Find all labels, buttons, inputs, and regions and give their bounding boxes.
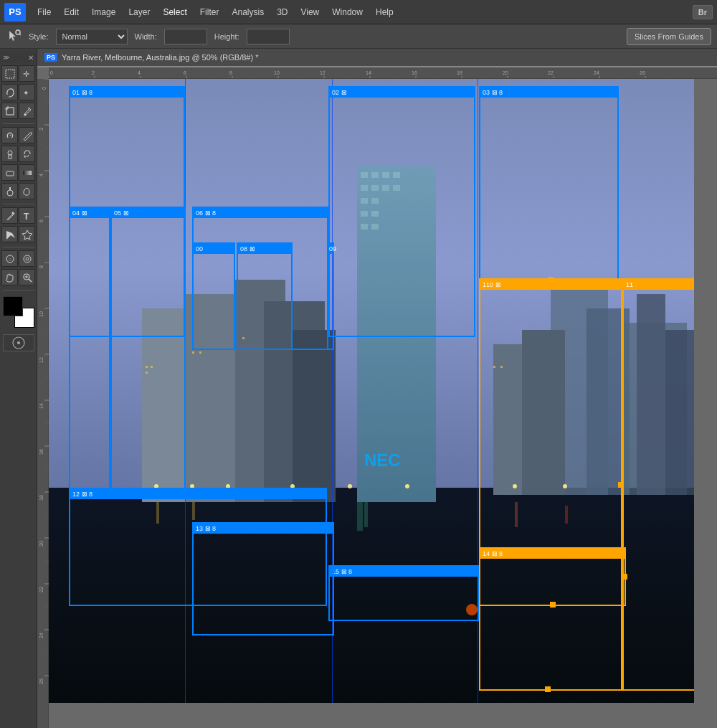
svg-text:14: 14 xyxy=(366,70,371,75)
slice-15-label: 15 ⊠ 8 xyxy=(330,567,478,577)
slice-04-label: 04 ⊠ xyxy=(70,208,109,218)
healing-brush-tool[interactable]: + xyxy=(1,127,18,143)
slice-07[interactable]: 00 xyxy=(192,242,235,350)
style-select[interactable]: Normal Fixed Ratio Fixed Size xyxy=(56,29,128,44)
magic-wand-tool[interactable]: ✦ xyxy=(19,84,35,100)
slice-07-label: 00 xyxy=(194,244,234,254)
hand-tools xyxy=(1,269,35,285)
crop-tool[interactable] xyxy=(1,103,18,119)
menu-3d[interactable]: 3D xyxy=(271,4,293,20)
slice-08[interactable]: 08 ⊠ xyxy=(237,242,293,350)
svg-text:0: 0 xyxy=(50,70,53,75)
menu-filter[interactable]: Filter xyxy=(194,4,225,20)
doc-ps-badge: PS xyxy=(44,53,57,62)
blur-tool[interactable] xyxy=(19,183,35,199)
svg-point-28 xyxy=(17,341,20,344)
slice-10[interactable]: 110 ⊠ xyxy=(479,278,622,691)
foreground-color-swatch[interactable] xyxy=(3,296,23,316)
slice-05[interactable]: 05 ⊠ xyxy=(110,207,186,493)
eyedropper-tool[interactable] xyxy=(19,103,35,119)
separator-3 xyxy=(3,247,34,247)
width-input[interactable] xyxy=(164,29,207,44)
svg-text:2: 2 xyxy=(39,128,44,131)
pen-tool[interactable] xyxy=(1,207,18,224)
move-tool[interactable]: ✛ xyxy=(19,65,35,82)
slice-13[interactable]: 13 ⊠ 8 xyxy=(192,522,334,635)
lasso-tool[interactable] xyxy=(1,84,18,100)
slice-15[interactable]: 15 ⊠ 8 xyxy=(328,565,479,621)
slice-14-label: 14 ⊠ 8 xyxy=(480,549,625,559)
style-label: Style: xyxy=(29,32,49,41)
notes-tool[interactable]: ○ xyxy=(1,250,18,267)
type-tool[interactable]: T xyxy=(19,207,35,224)
toolbox-close[interactable]: ✕ xyxy=(28,54,34,62)
slice-14-handle[interactable] xyxy=(550,602,556,608)
slice-09-label: 09 xyxy=(328,244,333,254)
svg-text:✦: ✦ xyxy=(23,89,29,97)
svg-text:2: 2 xyxy=(92,70,95,75)
menu-image[interactable]: Image xyxy=(86,4,121,20)
screen-mode-button[interactable] xyxy=(3,334,34,351)
slice-04[interactable]: 04 ⊠ xyxy=(69,207,110,493)
hand-tool[interactable] xyxy=(1,269,18,285)
eraser-tools xyxy=(1,164,35,181)
svg-rect-159 xyxy=(357,502,363,531)
svg-text:24: 24 xyxy=(594,70,599,75)
svg-point-155 xyxy=(348,484,352,488)
svg-text:8: 8 xyxy=(39,265,44,268)
collapse-arrows[interactable]: ≫ xyxy=(3,54,9,61)
height-input[interactable] xyxy=(247,29,290,44)
slice-14-handle-r[interactable] xyxy=(622,574,627,580)
svg-text:○: ○ xyxy=(9,257,11,262)
ruler-top: 0 2 4 6 8 10 12 14 16 xyxy=(49,67,717,79)
slice-11[interactable]: 11 xyxy=(622,278,694,691)
clone-stamp-tool[interactable] xyxy=(1,146,18,162)
menu-edit[interactable]: Edit xyxy=(58,4,85,20)
eyedropper2-tool[interactable] xyxy=(19,250,35,267)
svg-text:8: 8 xyxy=(229,70,232,75)
menu-layer[interactable]: Layer xyxy=(123,4,156,20)
zoom-tool[interactable] xyxy=(19,269,35,285)
svg-point-8 xyxy=(24,113,26,115)
slice-14[interactable]: 14 ⊠ 8 xyxy=(479,547,626,606)
svg-text:26: 26 xyxy=(640,70,645,75)
svg-text:22: 22 xyxy=(39,587,44,592)
path-selection-tool[interactable] xyxy=(1,226,18,242)
slice-09[interactable]: 09 xyxy=(327,242,334,350)
eraser-tool[interactable] xyxy=(1,164,18,181)
svg-point-0 xyxy=(16,30,20,34)
menu-analysis[interactable]: Analysis xyxy=(226,4,270,20)
menu-help[interactable]: Help xyxy=(370,4,399,20)
shape-tool[interactable] xyxy=(19,226,35,242)
svg-rect-11 xyxy=(9,155,11,159)
svg-line-24 xyxy=(29,279,32,282)
bridge-button[interactable]: Br xyxy=(693,5,713,19)
svg-text:18: 18 xyxy=(457,70,462,75)
slice-08-label: 08 ⊠ xyxy=(238,244,291,254)
menu-select[interactable]: Select xyxy=(157,4,192,20)
image-canvas: NEC xyxy=(49,79,694,703)
gradient-tool[interactable] xyxy=(19,164,35,181)
menu-window[interactable]: Window xyxy=(326,4,369,20)
rectangular-marquee-tool[interactable] xyxy=(1,65,18,82)
brush-tool[interactable] xyxy=(19,127,35,143)
canvas-scroll[interactable]: NEC xyxy=(49,79,717,728)
svg-text:0: 0 xyxy=(42,87,47,90)
menu-view[interactable]: View xyxy=(295,4,325,20)
dodge-tool[interactable] xyxy=(1,183,18,199)
history-brush-tool[interactable]: ↩ xyxy=(19,146,35,162)
slice-02[interactable]: 02 ⊠ xyxy=(328,86,475,337)
toolbox-header: ≫ ✕ xyxy=(0,52,37,63)
slice-03[interactable]: 03 ⊠ 8 xyxy=(479,86,619,287)
slice-10-handle-bottom[interactable] xyxy=(545,686,551,692)
svg-point-17 xyxy=(11,212,14,214)
slices-from-guides-button[interactable]: Slices From Guides xyxy=(627,28,711,45)
menu-file[interactable]: File xyxy=(32,4,57,20)
separator-2 xyxy=(3,204,34,204)
svg-text:10: 10 xyxy=(39,311,44,317)
svg-text:22: 22 xyxy=(548,70,554,75)
slice-10-handle-top[interactable] xyxy=(548,277,554,283)
svg-line-1 xyxy=(20,34,22,35)
svg-text:NEC: NEC xyxy=(364,450,401,470)
main-area: ≫ ✕ ✛ ✦ xyxy=(0,49,717,728)
